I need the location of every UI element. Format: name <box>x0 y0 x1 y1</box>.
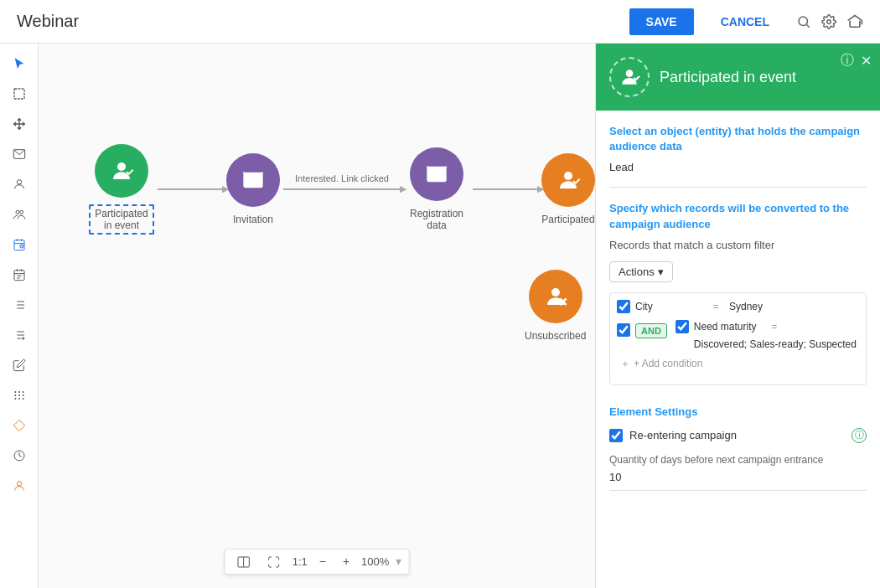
sidebar-email-tool[interactable] <box>6 141 33 168</box>
panel-header-title: Participated in event <box>660 69 867 86</box>
filter-field-city: City <box>635 301 702 312</box>
node-invitation[interactable]: Invitation <box>226 153 280 225</box>
sidebar-contact-tool[interactable] <box>6 171 33 198</box>
help-icon[interactable] <box>846 13 863 30</box>
node-icon-invitation <box>226 153 280 207</box>
workflow-row1: Participated in event ▶ Invitation Inter… <box>89 144 595 235</box>
main-area: Participated in event ▶ Invitation Inter… <box>0 44 880 588</box>
sidebar-group-tool[interactable] <box>6 201 33 228</box>
svg-point-31 <box>626 70 634 77</box>
svg-point-5 <box>17 180 21 184</box>
svg-point-18 <box>18 398 20 400</box>
node-icon-unsubscribed <box>529 270 582 323</box>
panel-header-actions: ⓘ ✕ <box>841 52 872 70</box>
header-icons <box>796 13 863 30</box>
svg-point-15 <box>18 395 20 396</box>
sidebar-add-list-tool[interactable] <box>6 322 33 348</box>
sidebar-select-tool[interactable] <box>6 80 33 107</box>
connector-3: ▶ <box>473 188 538 190</box>
node-label-participated-in-event: Participated in event <box>89 204 154 235</box>
section2-title: Specify which records will be converted … <box>609 201 867 231</box>
filter-row-city: City = Sydney <box>617 300 859 313</box>
node-label-participated: Participated <box>541 214 594 225</box>
sidebar-list-tool[interactable] <box>6 291 33 318</box>
node-label-unsubscribed: Unsubscribed <box>525 330 586 342</box>
and-badge: AND <box>635 323 667 338</box>
split-view-button[interactable] <box>232 553 256 570</box>
filter-op-maturity: = <box>766 321 783 333</box>
svg-point-0 <box>799 17 808 26</box>
filter-checkbox-city[interactable] <box>617 300 630 313</box>
svg-point-22 <box>117 162 126 171</box>
save-button[interactable]: SAVE <box>629 8 694 35</box>
svg-point-6 <box>16 210 19 214</box>
sidebar-person-tool[interactable] <box>6 472 33 499</box>
svg-line-1 <box>806 25 809 28</box>
filter-val-city: Sydney <box>729 301 763 312</box>
filter-group: City = Sydney AND Need maturity = <box>609 292 867 385</box>
actions-chevron-icon: ▾ <box>658 266 664 278</box>
panel-content: Select an object (entity) that holds the… <box>596 111 880 588</box>
days-value: 10 <box>609 471 867 491</box>
connector-2-wrapper: Interested. Link clicked ▶ <box>283 188 401 190</box>
sidebar-clock-tool[interactable] <box>6 442 33 469</box>
svg-point-17 <box>14 398 16 400</box>
svg-point-13 <box>22 391 23 393</box>
section1-value: Lead <box>609 161 867 188</box>
node-participated-in-event[interactable]: Participated in event <box>89 144 154 235</box>
filter-checkbox-maturity[interactable] <box>676 320 689 333</box>
sidebar-cursor-tool[interactable] <box>6 50 33 77</box>
node-unsubscribed-group[interactable]: Unsubscribed <box>525 270 586 342</box>
zoom-out-button[interactable]: − <box>314 553 331 570</box>
sidebar-edit-tool[interactable] <box>6 352 33 379</box>
svg-point-21 <box>17 482 21 486</box>
svg-point-7 <box>19 210 23 214</box>
cancel-button[interactable]: CANCEL <box>707 8 783 35</box>
actions-label: Actions <box>619 266 655 278</box>
re-entering-info-icon[interactable]: ⓘ <box>852 428 867 443</box>
connector-label: Interested. Link clicked <box>295 173 389 183</box>
sidebar-dots-tool[interactable] <box>6 382 33 409</box>
sidebar-diamond-tool[interactable] <box>6 412 33 439</box>
node-label-invitation: Invitation <box>233 214 273 225</box>
actions-dropdown[interactable]: Actions ▾ <box>609 261 673 282</box>
filter-checkbox-and[interactable] <box>617 323 630 337</box>
add-condition-label: + Add condition <box>634 358 702 369</box>
zoom-ratio: 1:1 <box>292 555 308 568</box>
sidebar-calendar-tool[interactable] <box>6 231 33 258</box>
svg-point-19 <box>22 398 23 400</box>
panel-header-node-icon <box>609 57 650 97</box>
sidebar-move-tool[interactable] <box>6 111 33 137</box>
sidebar <box>0 44 39 588</box>
zoom-in-button[interactable]: + <box>338 553 355 570</box>
node-icon-participated <box>95 144 148 198</box>
section2-subtitle: Records that match a custom filter <box>609 239 867 251</box>
canvas-toolbar: 1:1 − + 100% ▾ <box>225 549 410 575</box>
workflow-canvas[interactable]: Participated in event ▶ Invitation Inter… <box>39 44 595 588</box>
svg-rect-3 <box>14 89 24 99</box>
svg-point-2 <box>827 20 831 24</box>
node-label-registration-data: Registration data <box>404 208 469 231</box>
expand-button[interactable] <box>262 553 286 570</box>
add-condition-icon: ＋ <box>620 357 630 371</box>
sidebar-task-tool[interactable] <box>6 261 33 288</box>
search-icon[interactable] <box>796 13 811 30</box>
filter-op-city: = <box>707 301 724 312</box>
re-entering-checkbox[interactable] <box>609 429 623 442</box>
node-registration-data[interactable]: Registration data <box>404 147 469 231</box>
page-title: Webinar <box>17 12 616 31</box>
settings-icon[interactable] <box>821 13 836 30</box>
re-entering-row: Re-entering campaign ⓘ <box>609 428 867 443</box>
svg-point-12 <box>18 391 20 393</box>
element-settings-title: Element Settings <box>609 399 867 418</box>
svg-rect-10 <box>14 271 24 281</box>
filter-val-maturity: Discovered; Sales-ready; Suspected <box>676 338 857 350</box>
node-participated[interactable]: Participated <box>541 153 595 225</box>
filter-and-row: AND Need maturity = Discovered; Sales-re… <box>617 320 859 350</box>
header: Webinar SAVE CANCEL <box>0 0 880 44</box>
panel-close-button[interactable]: ✕ <box>861 52 872 70</box>
add-condition[interactable]: ＋ + Add condition <box>617 357 859 371</box>
filter-right: Need maturity = Discovered; Sales-ready;… <box>676 320 857 350</box>
zoom-chevron[interactable]: ▾ <box>396 554 401 568</box>
panel-info-button[interactable]: ⓘ <box>841 52 854 70</box>
